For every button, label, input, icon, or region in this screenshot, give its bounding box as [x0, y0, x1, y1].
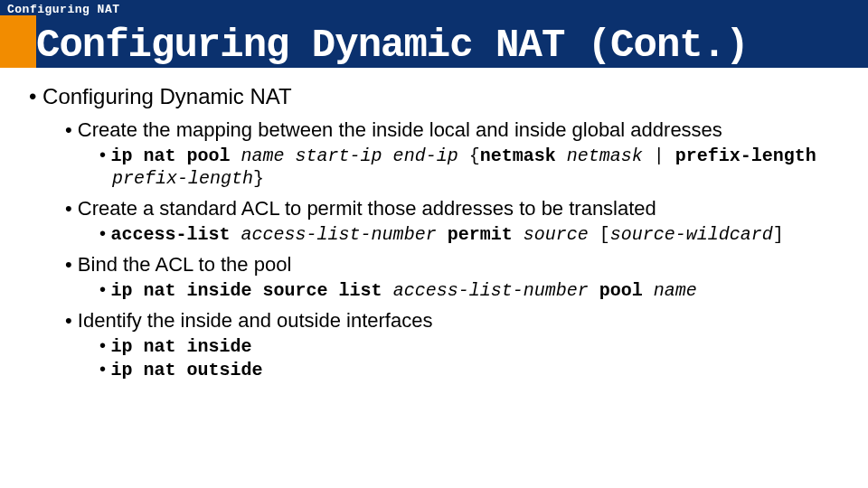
accent-block: [0, 15, 36, 68]
bullet-lvl2: Bind the ACL to the pool: [33, 253, 848, 277]
bullet-lvl2: Create the mapping between the inside lo…: [33, 118, 848, 142]
bullet-lvl3: • access-list access-list-number permit …: [33, 222, 848, 246]
section-label: Configuring NAT: [7, 3, 120, 16]
bullet-lvl2: Create a standard ACL to permit those ad…: [33, 197, 848, 221]
bullet-lvl2: Identify the inside and outside interfac…: [33, 309, 848, 333]
bullet-lvl3: • ip nat inside source list access-list-…: [33, 278, 848, 302]
bullet-lvl3: • ip nat inside: [33, 334, 848, 358]
bullet-lvl3: • ip nat outside: [33, 358, 848, 381]
slide-header: Configuring NAT Configuring Dynamic NAT …: [0, 0, 868, 68]
bullet-lvl3: • ip nat pool name start-ip end-ip {netm…: [33, 144, 848, 190]
slide-title: Configuring Dynamic NAT (Cont.): [36, 23, 749, 68]
bullet-lvl1: Configuring Dynamic NAT: [20, 84, 848, 109]
slide-body: Configuring Dynamic NAT Create the mappi…: [0, 68, 868, 405]
